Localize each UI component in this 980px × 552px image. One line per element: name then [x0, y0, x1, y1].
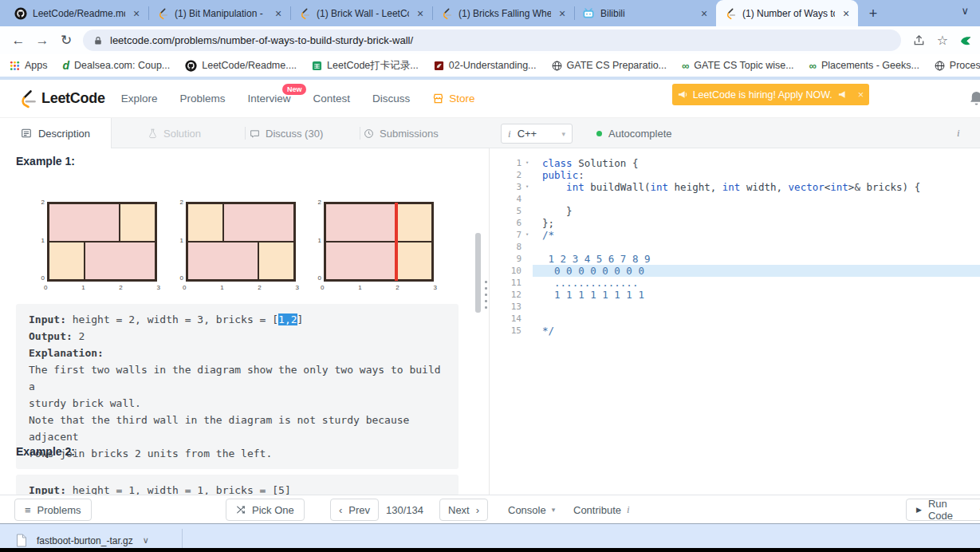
code-line[interactable]: 15*/ [490, 325, 980, 337]
code-line[interactable]: 13 [490, 301, 980, 313]
pick-one-button[interactable]: Pick One [226, 499, 305, 521]
browser-toolbar: ← → ↻ leetcode.com/problems/number-of-wa… [0, 26, 980, 54]
editor-info-icon[interactable]: i [957, 118, 960, 148]
code-line[interactable]: 3▾ int buildWall(int height, int width, … [490, 181, 980, 193]
nav-store[interactable]: Store [432, 93, 474, 104]
nav-problems[interactable]: Problems [179, 93, 225, 104]
description-scrollbar[interactable] [475, 233, 481, 313]
banner-close-icon[interactable]: × [858, 89, 864, 101]
nav-interview[interactable]: Interview New [247, 93, 290, 104]
next-button[interactable]: Next › [439, 499, 488, 521]
language-select[interactable]: i C++ ▾ [501, 124, 573, 144]
tab-close-icon[interactable]: × [699, 7, 710, 20]
github-icon [185, 60, 197, 72]
problems-button[interactable]: ≡ Problems [14, 499, 92, 521]
input-text: height = 2, width = 3, bricks = [ [66, 313, 278, 325]
code-line[interactable]: 5 } [490, 205, 980, 217]
panel-resize-handle[interactable] [485, 281, 487, 313]
tab-search-chevron-icon[interactable]: ∨ [961, 5, 969, 17]
extension-icon[interactable] [959, 34, 972, 47]
tab-close-icon[interactable]: × [131, 7, 142, 20]
code-line[interactable]: 9 1 2 3 4 5 6 7 8 9 [490, 253, 980, 265]
code-line[interactable]: 2public: [490, 169, 980, 181]
browser-tab[interactable]: (1) Brick Wall - LeetCo × [290, 0, 432, 26]
line-number: 10 [490, 265, 521, 277]
fold-caret-icon [521, 193, 533, 205]
console-toggle[interactable]: Console ▾ [508, 499, 555, 521]
bookmark-dealsea[interactable]: d Dealsea.com: Coup... [63, 59, 171, 72]
brick [396, 242, 432, 280]
browser-tab-active[interactable]: (1) Number of Ways to × [716, 0, 858, 26]
browser-tab[interactable]: LeetCode/Readme.md × [6, 0, 148, 26]
prev-button[interactable]: ‹ Prev [330, 499, 379, 521]
code-line[interactable]: 11 .............. [490, 277, 980, 289]
bookmark-gate-topicwise[interactable]: ∞ GATE CS Topic wise... [682, 60, 794, 72]
share-icon[interactable] [912, 34, 926, 47]
reload-icon[interactable]: ↻ [54, 32, 78, 49]
bookmark-gate-prep[interactable]: GATE CS Preparatio... [552, 60, 667, 71]
code-text [533, 313, 980, 325]
line-number: 2 [490, 169, 521, 181]
code-line[interactable]: 4 [490, 193, 980, 205]
explanation-line: Note that the third wall in the diagram … [29, 414, 415, 443]
code-text: } [533, 205, 980, 217]
code-line[interactable]: 7▾/* [490, 229, 980, 241]
code-line[interactable]: 14 [490, 313, 980, 325]
back-icon[interactable]: ← [6, 33, 30, 49]
code-editor[interactable]: 1▾class Solution {2public:3▾ int buildWa… [490, 148, 980, 495]
run-code-button[interactable]: ▶ Run Code ^ [906, 499, 980, 521]
browser-window: LeetCode/Readme.md × (1) Bit Manipulatio… [0, 0, 980, 552]
code-line[interactable]: 10 0 0 0 0 0 0 0 0 [490, 265, 980, 277]
leetcode-logo[interactable]: LeetCode [18, 89, 105, 108]
browser-tab[interactable]: (1) Bricks Falling Whe × [432, 0, 574, 26]
code-line[interactable]: 1▾class Solution { [490, 157, 980, 169]
tab-solution[interactable]: Solution [148, 118, 201, 148]
tab-title: LeetCode/Readme.md [33, 8, 125, 19]
play-icon: ▶ [916, 506, 922, 514]
hiring-banner[interactable]: LeetCode is hiring! Apply NOW. × [672, 84, 869, 105]
browser-tab[interactable]: (1) Bit Manipulation - × [148, 0, 290, 26]
tab-title: (1) Number of Ways to [742, 8, 835, 19]
fold-caret-icon[interactable]: ▾ [521, 181, 533, 193]
nav-contest[interactable]: Contest [313, 93, 350, 104]
bookmark-understanding[interactable]: 02-Understanding... [434, 60, 537, 71]
output-label: Output: [29, 330, 73, 342]
chevron-down-icon[interactable]: ∨ [143, 535, 149, 546]
bookmark-label: GATE CS Preparatio... [567, 60, 667, 71]
tab-close-icon[interactable]: × [557, 7, 568, 20]
nav-discuss[interactable]: Discuss [372, 93, 410, 104]
bookmark-process[interactable]: Process Mana [935, 60, 980, 71]
x-axis-labels: 0123 [183, 284, 299, 291]
bookmark-placements[interactable]: ∞ Placements - Geeks... [809, 60, 919, 72]
notification-bell-icon[interactable] [969, 90, 980, 107]
line-number: 9 [490, 253, 521, 265]
fold-caret-icon[interactable]: ▾ [521, 229, 533, 241]
code-line[interactable]: 6}; [490, 217, 980, 229]
tab-submissions[interactable]: Submissions [364, 118, 439, 148]
list-icon: ≡ [25, 504, 31, 516]
download-item[interactable]: fastboot-burton_-tar.gz ∨ [16, 534, 149, 547]
nav-explore[interactable]: Explore [121, 93, 158, 104]
tab-close-icon[interactable]: × [273, 7, 284, 20]
contribute-link[interactable]: Contribute i [573, 499, 630, 521]
tab-description[interactable]: Description [0, 118, 112, 148]
fold-caret-icon [521, 169, 533, 181]
shelf-separator [182, 529, 183, 548]
code-line[interactable]: 12 1 1 1 1 1 1 1 1 [490, 289, 980, 301]
bookmark-sheet[interactable]: LeetCode打卡记录... [312, 59, 419, 73]
tab-label: Solution [163, 128, 201, 140]
bookmark-star-icon[interactable]: ☆ [937, 33, 948, 48]
tab-close-icon[interactable]: × [415, 7, 426, 20]
bookmark-github-readme[interactable]: LeetCode/Readme.... [185, 60, 297, 72]
bookmark-apps[interactable]: Apps [10, 60, 48, 71]
address-bar[interactable]: leetcode.com/problems/number-of-ways-to-… [83, 30, 901, 51]
tab-discuss[interactable]: Discuss (30) [250, 118, 323, 148]
forward-icon[interactable]: → [30, 33, 54, 49]
autocomplete-indicator[interactable]: Autocomplete [596, 118, 672, 148]
code-line[interactable]: 8 [490, 241, 980, 253]
new-tab-button[interactable]: + [863, 3, 884, 24]
tab-close-icon[interactable]: × [840, 7, 852, 20]
browser-tab[interactable]: Bilibili × [574, 0, 716, 26]
output-value: 2 [73, 330, 85, 342]
fold-caret-icon[interactable]: ▾ [521, 157, 533, 169]
